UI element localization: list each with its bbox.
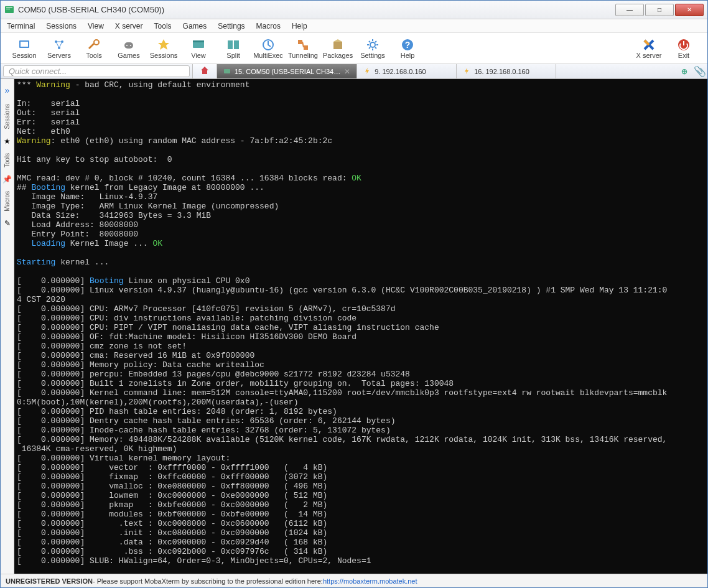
titlebar: COM50 (USB-SERIAL CH340 (COM50)) — □ ✕: [1, 1, 707, 19]
toolbar-label: MultiExec: [253, 52, 283, 59]
toolbar-multiexec[interactable]: MultiExec: [251, 34, 286, 63]
xserver-icon: [642, 38, 656, 52]
serial-icon: [223, 67, 231, 76]
toolbar-label: Help: [401, 52, 415, 59]
svg-rect-13: [193, 40, 204, 42]
toolbar-exit[interactable]: Exit: [666, 34, 701, 63]
menu-games[interactable]: Games: [183, 22, 207, 30]
toolbar-session[interactable]: Session: [7, 34, 42, 63]
toolbar-label: X server: [636, 52, 662, 59]
toolbar-settings[interactable]: Settings: [355, 34, 390, 63]
svg-text:?: ?: [405, 40, 411, 50]
toolbar-tunneling[interactable]: Tunneling: [286, 34, 320, 63]
statusbar-link[interactable]: https://mobaxterm.mobatek.net: [323, 577, 417, 585]
tab-1[interactable]: 9. 192.168.0.160: [357, 64, 457, 78]
statusbar-version: UNREGISTERED VERSION: [6, 577, 93, 585]
toolbar-label: View: [191, 52, 206, 59]
star-icon: ★: [4, 136, 11, 147]
window-title: COM50 (USB-SERIAL CH340 (COM50)): [18, 5, 614, 14]
svg-point-20: [370, 42, 375, 47]
toolbar-label: Tools: [86, 52, 102, 59]
svg-rect-17: [298, 40, 302, 44]
tab-label: 15. COM50 (USB-SERIAL CH34…: [235, 68, 340, 75]
window-controls: — □ ✕: [614, 4, 704, 16]
toolbar: SessionServersToolsGamesSessionsViewSpli…: [1, 33, 707, 64]
view-icon: [192, 38, 205, 52]
tunneling-icon: [296, 38, 310, 52]
attach-button[interactable]: 📎: [692, 64, 707, 78]
svg-rect-24: [683, 41, 684, 45]
svg-rect-25: [224, 69, 230, 73]
tools-icon: [87, 38, 101, 52]
menu-macros[interactable]: Macros: [256, 22, 281, 30]
exit-icon: [677, 38, 691, 52]
svg-rect-0: [5, 6, 14, 13]
toolbar-servers[interactable]: Servers: [42, 34, 77, 63]
toolbar-label: Packages: [323, 52, 353, 59]
pin-icon: 📌: [2, 174, 12, 185]
left-sidebar-rail: » Sessions ★ Tools 📌 Macros ✎: [1, 79, 14, 574]
expand-sidebar-button[interactable]: »: [5, 83, 10, 98]
servers-icon: [52, 38, 66, 52]
toolbar-x-server[interactable]: X server: [631, 34, 666, 63]
statusbar-text: - Please support MobaXterm by subscribin…: [93, 577, 323, 585]
session-icon: [17, 38, 31, 52]
menu-sessions[interactable]: Sessions: [46, 22, 77, 30]
svg-rect-14: [228, 40, 233, 49]
toolbar-tools[interactable]: Tools: [77, 34, 111, 63]
sessions-icon: [157, 38, 170, 52]
toolbar-label: Split: [226, 52, 240, 59]
menu-terminal[interactable]: Terminal: [7, 22, 35, 30]
lightning-icon: [463, 67, 470, 76]
settings-icon: [366, 38, 380, 52]
menu-tools[interactable]: Tools: [154, 22, 172, 30]
rail-tab-sessions[interactable]: Sessions: [2, 98, 12, 135]
svg-rect-18: [304, 45, 308, 50]
menu-x-server[interactable]: X server: [115, 22, 143, 30]
tab-close-button[interactable]: ✕: [344, 67, 350, 76]
toolbar-label: Exit: [678, 52, 689, 59]
toolbar-packages[interactable]: Packages: [320, 34, 355, 63]
plus-icon: ⊕: [681, 67, 687, 76]
split-icon: [226, 38, 240, 52]
svg-rect-9: [124, 42, 133, 49]
toolbar-label: Settings: [360, 52, 385, 59]
menu-settings[interactable]: Settings: [218, 22, 245, 30]
toolbar-label: Sessions: [150, 52, 178, 59]
new-tab-button[interactable]: ⊕: [676, 64, 692, 78]
help-icon: ?: [401, 38, 414, 52]
toolbar-sessions[interactable]: Sessions: [146, 34, 181, 63]
games-icon: [122, 38, 136, 52]
rail-tab-macros[interactable]: Macros: [2, 185, 12, 217]
toolbar-games[interactable]: Games: [111, 34, 146, 63]
quick-connect-input[interactable]: Quick connect...: [3, 65, 190, 77]
rail-tab-tools[interactable]: Tools: [2, 147, 12, 173]
toolbar-view[interactable]: View: [181, 34, 216, 63]
pencil-icon: ✎: [4, 218, 11, 229]
toolbar-split[interactable]: Split: [216, 34, 251, 63]
menu-view[interactable]: View: [88, 22, 104, 30]
toolbar-label: Tunneling: [288, 52, 318, 59]
toolbar-help[interactable]: ?Help: [390, 34, 425, 63]
toolbar-label: Session: [12, 52, 36, 59]
svg-rect-4: [21, 42, 28, 47]
toolbar-label: Servers: [47, 52, 71, 59]
maximize-button[interactable]: □: [645, 4, 674, 16]
tab-label: 9. 192.168.0.160: [375, 68, 426, 75]
svg-rect-19: [333, 42, 342, 49]
tab-label: 16. 192.168.0.160: [474, 68, 529, 75]
svg-point-10: [126, 45, 128, 46]
tab-2[interactable]: 16. 192.168.0.160: [457, 64, 556, 78]
home-tab[interactable]: [192, 64, 217, 78]
toolbar-label: Games: [118, 52, 139, 59]
terminal-output[interactable]: *** Warning - bad CRC, using default env…: [14, 79, 707, 574]
menubar: TerminalSessionsViewX serverToolsGamesSe…: [1, 19, 707, 33]
paperclip-icon: 📎: [694, 65, 706, 77]
close-button[interactable]: ✕: [675, 4, 704, 16]
menu-help[interactable]: Help: [292, 22, 307, 30]
home-icon: [200, 65, 210, 77]
minimize-button[interactable]: —: [615, 4, 644, 16]
packages-icon: [331, 38, 345, 52]
main-area: » Sessions ★ Tools 📌 Macros ✎ *** Warnin…: [1, 79, 707, 574]
tab-0[interactable]: 15. COM50 (USB-SERIAL CH34…✕: [217, 64, 357, 78]
